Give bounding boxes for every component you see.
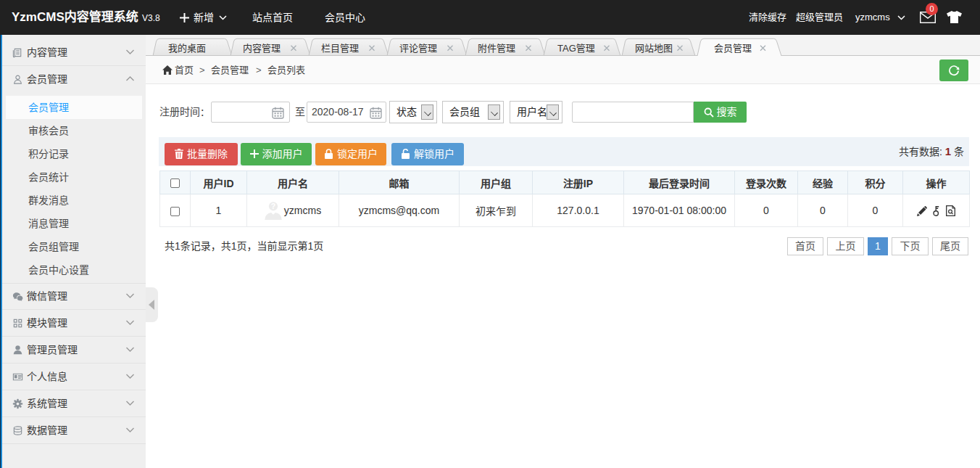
svg-text:内容管理: 内容管理 [243, 43, 281, 54]
svg-text:栏目管理: 栏目管理 [321, 43, 359, 54]
svg-text:?: ? [271, 202, 275, 210]
svg-text:会员管理: 会员管理 [714, 43, 752, 54]
svg-text:附件管理: 附件管理 [478, 43, 515, 54]
svg-text:网站地图: 网站地图 [635, 43, 673, 54]
svg-text:TAG管理: TAG管理 [557, 43, 595, 54]
svg-text:评论管理: 评论管理 [399, 43, 437, 54]
svg-text:我的桌面: 我的桌面 [168, 43, 206, 54]
